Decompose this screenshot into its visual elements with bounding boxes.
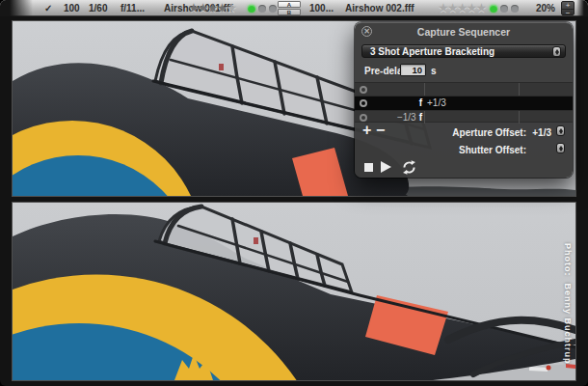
airshow-photo-2-image [13,203,575,380]
zoom-stepper[interactable]: + − [561,1,575,15]
color-tag-dot-b[interactable] [500,5,508,13]
panel-title: Capture Sequencer [355,23,573,41]
ab-compare-toggle: A B [278,1,301,15]
row-left-value: −1/3 [397,112,416,123]
play-button[interactable] [381,161,391,173]
shutter-offset-label: Shutter Offset: [459,145,526,155]
loop-button[interactable] [401,159,417,176]
zoom-in-button[interactable]: + [562,2,574,9]
sequence-row-1[interactable] [355,83,573,96]
color-tag-green-b[interactable] [490,5,497,13]
aperture-a: f/11... [120,0,145,16]
aperture-offset-stepper[interactable] [556,125,565,136]
preset-dropdown-label: 3 Shot Aperture Bracketing [370,45,494,59]
sequence-table: f +1/3 −1/3f [355,82,573,123]
stars-empty-b[interactable]: ★★★★★ [439,2,486,14]
counter-a: 100 [64,0,80,16]
star-rating-a[interactable]: ★★★★★ [189,0,236,16]
zoom-out-button[interactable]: − [562,9,574,15]
variant-b-button[interactable]: B [278,9,301,15]
row-left-bold: f [419,112,422,123]
color-tag-dot-a[interactable] [258,5,266,13]
row-right-value: +1/3 [427,96,446,110]
dropdown-stepper-icon [552,46,561,57]
remove-step-button[interactable]: − [376,123,385,138]
stars-empty-a[interactable]: ★ [227,2,236,14]
toolbar: ✓ 100 1/60 f/11... Airshow 001.fff ★★★★★… [0,0,588,16]
star-rating-b[interactable]: ★★★★★ [439,0,486,16]
preset-dropdown[interactable]: 3 Shot Aperture Bracketing [361,44,566,58]
shutter-offset-stepper[interactable] [556,143,565,153]
capture-sequencer-panel: Capture Sequencer ✕ 3 Shot Aperture Brac… [355,22,573,178]
sequence-row-3[interactable]: −1/3f [355,110,573,124]
zoom-level: 20% [536,0,555,16]
row-left-bold: f [419,97,422,108]
color-tag-dot-b[interactable] [511,5,519,13]
sequence-row-2-selected[interactable]: f +1/3 [355,96,573,110]
app-window: ✓ 100 1/60 f/11... Airshow 001.fff ★★★★★… [0,0,588,386]
pre-delay-unit: s [431,66,437,76]
pre-delay-input[interactable] [400,64,426,76]
photo-credit: Photo: Benny Buchtrup [563,243,573,365]
color-tags-b [490,0,519,16]
filename-b: Airshow 002.fff [345,0,414,16]
color-tag-dot-a[interactable] [269,5,277,13]
color-tags-a [248,0,277,16]
stop-button[interactable] [364,163,373,172]
shutter-speed-a: 1/60 [89,0,107,16]
variant-a-button[interactable]: A [278,1,301,8]
aperture-offset-value: +1/3 [532,127,551,138]
stars-filled-a[interactable]: ★★★★ [189,2,227,14]
check-icon[interactable]: ✓ [44,0,52,16]
color-tag-green-a[interactable] [248,5,255,13]
counter-b: 100... [309,0,334,16]
photo-viewer-b[interactable] [13,203,575,380]
close-icon[interactable]: ✕ [361,26,372,37]
add-step-button[interactable]: + [362,123,371,138]
aperture-offset-label: Aperture Offset: [452,127,526,138]
